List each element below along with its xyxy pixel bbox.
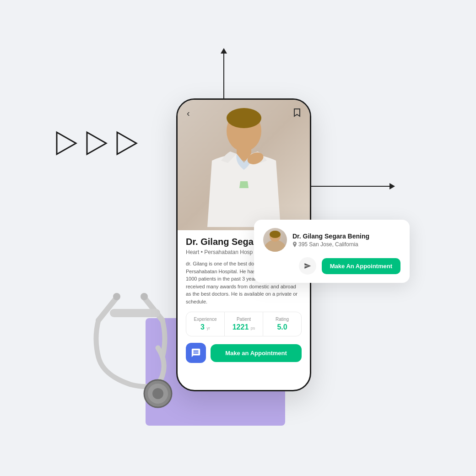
svg-marker-0 — [57, 132, 76, 154]
experience-value: 3 yr — [189, 323, 222, 331]
navigation-icon-button[interactable] — [299, 257, 316, 275]
popup-doctor-info: Dr. Gilang Segara Bening 395 San Jose, C… — [292, 233, 400, 248]
svg-point-9 — [152, 388, 163, 399]
popup-doctor-name: Dr. Gilang Segara Bening — [292, 233, 400, 240]
right-arrow-decoration — [310, 186, 390, 187]
play-triangle-2 — [85, 130, 108, 156]
play-triangles-decoration — [55, 130, 138, 156]
stat-experience: Experience 3 yr — [186, 312, 225, 336]
back-button[interactable]: ‹ — [187, 108, 190, 119]
svg-point-5 — [113, 293, 120, 300]
popup-avatar — [263, 228, 287, 252]
phone-header: ‹ — [178, 100, 310, 230]
make-appointment-button[interactable]: Make an Appointment — [211, 344, 302, 362]
stat-rating: Rating 5.0 — [263, 312, 301, 336]
patient-label: Patient — [227, 317, 260, 322]
svg-marker-1 — [87, 132, 106, 154]
chat-button[interactable] — [186, 343, 206, 363]
svg-marker-15 — [239, 181, 249, 188]
popup-make-appointment-button[interactable]: Make An Appointment — [322, 258, 400, 274]
popup-location: 395 San Jose, California — [292, 241, 400, 248]
svg-rect-10 — [110, 309, 160, 317]
experience-label: Experience — [189, 317, 222, 322]
location-icon — [292, 242, 297, 247]
phone-actions: Make an Appointment — [186, 343, 302, 363]
svg-point-18 — [270, 231, 281, 238]
doctor-popup-card: Dr. Gilang Segara Bening 395 San Jose, C… — [254, 220, 410, 283]
popup-bottom-section: Make An Appointment — [263, 257, 400, 275]
phone-navigation: ‹ — [178, 108, 310, 119]
send-icon — [304, 262, 311, 270]
svg-marker-2 — [117, 132, 136, 154]
popup-top-section: Dr. Gilang Segara Bening 395 San Jose, C… — [263, 228, 400, 252]
rating-label: Rating — [266, 317, 298, 322]
patient-value: 1221 ps — [227, 323, 260, 331]
play-triangle-1 — [55, 130, 78, 156]
stats-row: Experience 3 yr Patient 1221 ps Rating 5… — [186, 312, 302, 336]
svg-point-6 — [141, 293, 148, 300]
bookmark-icon[interactable] — [293, 108, 301, 119]
stat-patient: Patient 1221 ps — [225, 312, 263, 336]
play-triangle-3 — [115, 130, 138, 156]
rating-value: 5.0 — [266, 323, 298, 331]
